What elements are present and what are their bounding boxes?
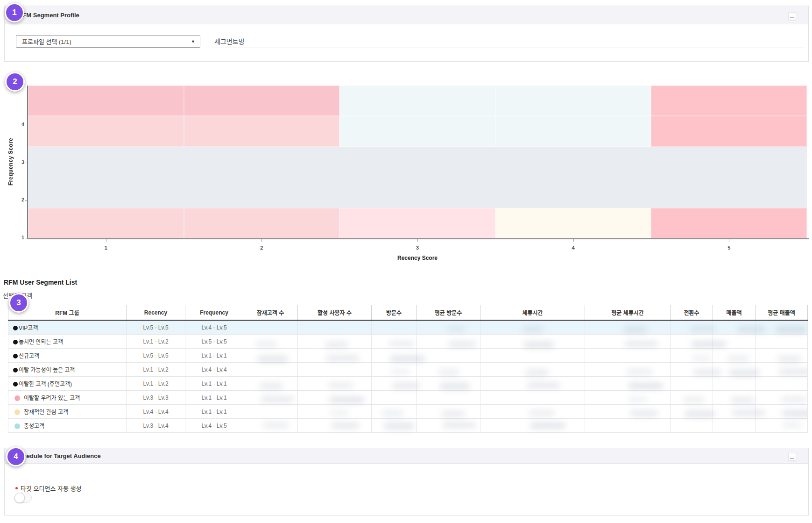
metric-cell <box>671 391 713 405</box>
profile-select[interactable]: 프로파일 선택 (1/1) ▼ <box>16 35 200 48</box>
heatmap-cell[interactable] <box>495 116 651 146</box>
chevron-down-icon: ▼ <box>191 39 195 44</box>
metric-cell <box>756 349 808 363</box>
metric-cell <box>298 391 372 405</box>
column-header: 평균 체류시간 <box>585 305 671 321</box>
metric-cell <box>756 405 808 419</box>
y-axis-title: Frequency Score <box>5 86 17 238</box>
level-range: Lv.4 - Lv.5 <box>185 419 243 433</box>
step-badge-3: 3 <box>9 293 28 313</box>
metric-cell <box>298 349 372 363</box>
segment-color-dot-icon <box>14 395 20 401</box>
metric-cell <box>713 377 756 391</box>
metric-cell <box>243 405 298 419</box>
metric-cell <box>713 335 756 349</box>
toggle-knob <box>14 493 25 503</box>
metric-cell <box>585 363 671 377</box>
heatmap-cell[interactable] <box>28 208 184 238</box>
level-range: Lv.1 - Lv.2 <box>127 335 185 349</box>
metric-cell <box>480 419 585 433</box>
metric-cell <box>585 335 671 349</box>
heatmap-cell[interactable] <box>495 208 651 238</box>
heatmap-cell[interactable] <box>651 208 807 238</box>
table-row[interactable]: 놓치면 안되는 고객Lv.1 - Lv.2Lv.5 - Lv.5 <box>8 335 808 349</box>
level-range: Lv.1 - Lv.1 <box>185 349 243 363</box>
auto-audience-toggle[interactable] <box>14 493 32 503</box>
segment-name: VIP고객 <box>19 325 38 331</box>
metric-cell <box>585 405 671 419</box>
y-tick-label: 4 <box>17 122 24 127</box>
heatmap-cell[interactable] <box>28 86 184 116</box>
table-row[interactable]: 잠재적인 관심 고객Lv.4 - Lv.4Lv.1 - Lv.1 <box>8 405 808 419</box>
heatmap-cell[interactable] <box>184 116 340 146</box>
step-badge-1: 1 <box>5 3 24 22</box>
heatmap-cell[interactable] <box>495 86 651 116</box>
table-header-row: RFM 그룹RecencyFrequency잠재고객 수활성 사용자 수방문수평… <box>8 305 808 321</box>
metric-cell <box>480 391 585 405</box>
metric-cell <box>243 320 298 335</box>
profile-select-value: 프로파일 선택 (1/1) <box>22 37 71 46</box>
table-row[interactable]: 충성고객Lv.3 - Lv.4Lv.4 - Lv.5 <box>8 419 808 433</box>
table-title: RFM User Segment List <box>4 279 77 286</box>
metric-cell <box>417 377 480 391</box>
heatmap-plot <box>28 86 807 238</box>
heatmap-cell[interactable] <box>339 86 495 116</box>
level-range: Lv.5 - Lv.5 <box>127 320 185 335</box>
table-row[interactable]: VIP고객Lv.5 - Lv.5Lv.4 - Lv.5 <box>8 320 808 335</box>
metric-cell <box>243 349 298 363</box>
segment-name: 이탈할 우려가 있는 고객 <box>24 395 80 401</box>
metric-cell <box>713 391 756 405</box>
segment-name-input[interactable] <box>211 35 805 48</box>
x-tick-label: 2 <box>254 245 268 251</box>
metric-cell <box>585 349 671 363</box>
column-header: 평균 방문수 <box>417 305 480 321</box>
heatmap-cell[interactable] <box>339 116 495 146</box>
metric-cell <box>671 405 713 419</box>
segment-name: 놓치면 안되는 고객 <box>19 339 63 345</box>
metric-cell <box>671 377 713 391</box>
heatmap-cell[interactable] <box>28 116 184 146</box>
metric-cell <box>480 363 585 377</box>
metric-cell <box>756 363 808 377</box>
segment-name: 잠재적인 관심 고객 <box>24 409 68 416</box>
metric-cell <box>372 391 417 405</box>
segment-color-dot-icon <box>13 368 18 373</box>
schedule-section-header: Schedule for Target Audience <box>5 448 808 464</box>
segment-color-dot-icon <box>14 409 20 415</box>
column-header: 활성 사용자 수 <box>298 305 372 321</box>
metric-cell <box>713 320 756 335</box>
metric-cell <box>417 335 480 349</box>
column-header: 평균 매출액 <box>756 305 808 321</box>
metric-cell <box>417 363 480 377</box>
minimize-icon <box>790 458 794 459</box>
table-row[interactable]: 신규고객Lv.5 - Lv.5Lv.1 - Lv.1 <box>8 349 808 363</box>
metric-cell <box>417 405 480 419</box>
level-range: Lv.5 - Lv.5 <box>127 349 185 363</box>
metric-cell <box>417 349 480 363</box>
rfm-segment-profile-section: RFM Segment Profile 프로파일 선택 (1/1) ▼ <box>4 6 809 62</box>
heatmap-cell[interactable] <box>184 86 340 116</box>
column-header: 체류시간 <box>480 305 585 321</box>
metric-cell <box>372 320 417 335</box>
heatmap-cell[interactable] <box>184 208 340 238</box>
step-badge-2: 2 <box>5 72 25 92</box>
schedule-collapse-button[interactable] <box>788 453 796 461</box>
column-header: 매출액 <box>713 305 756 321</box>
heatmap-cell[interactable] <box>651 116 807 146</box>
segment-color-dot-icon <box>14 423 20 429</box>
profile-collapse-button[interactable] <box>788 12 796 20</box>
column-header: Recency <box>127 305 185 321</box>
metric-cell <box>480 405 585 419</box>
table-row[interactable]: 이탈 가능성이 높은 고객Lv.1 - Lv.2Lv.4 - Lv.4 <box>8 363 808 377</box>
metric-cell <box>585 377 671 391</box>
x-tick-label: 1 <box>99 245 113 251</box>
segment-color-dot-icon <box>13 382 18 387</box>
table-row[interactable]: 이탈할 우려가 있는 고객Lv.3 - Lv.3Lv.1 - Lv.1 <box>8 391 808 405</box>
x-tick-label: 4 <box>566 245 580 251</box>
column-header: Frequency <box>185 305 243 321</box>
metric-cell <box>243 391 298 405</box>
metric-cell <box>243 377 298 391</box>
table-row[interactable]: 이탈한 고객 (휴면고객)Lv.1 - Lv.2Lv.1 - Lv.1 <box>8 377 808 391</box>
heatmap-cell[interactable] <box>339 208 495 238</box>
heatmap-cell[interactable] <box>651 86 807 116</box>
